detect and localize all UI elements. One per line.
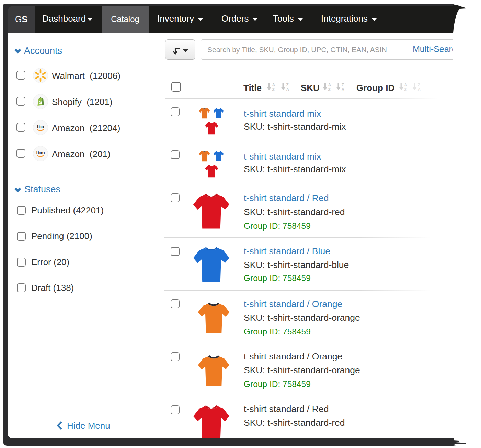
svg-text:A: A <box>328 83 331 87</box>
svg-text:Z: Z <box>404 87 407 92</box>
svg-text:Z: Z <box>272 87 275 92</box>
svg-text:A: A <box>418 87 421 92</box>
svg-text:A: A <box>286 87 289 92</box>
svg-text:A: A <box>404 83 408 87</box>
svg-text:fbm: fbm <box>36 150 45 155</box>
svg-text:S: S <box>39 99 42 105</box>
svg-text:Z: Z <box>418 83 420 87</box>
svg-text:A: A <box>342 87 345 92</box>
svg-text:A: A <box>272 83 275 87</box>
svg-text:fba: fba <box>37 124 44 129</box>
svg-text:Z: Z <box>328 87 331 92</box>
svg-text:Z: Z <box>286 83 289 87</box>
svg-text:Z: Z <box>342 83 344 87</box>
